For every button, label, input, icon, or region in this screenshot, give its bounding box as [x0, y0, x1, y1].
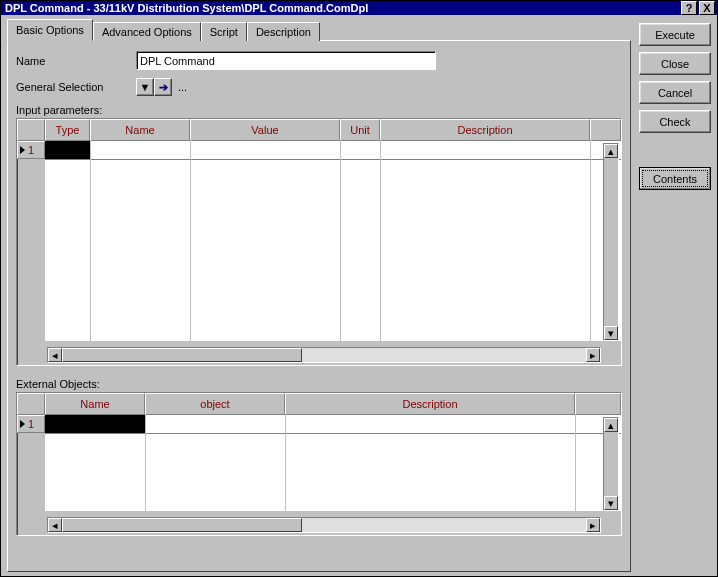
execute-button[interactable]: Execute [639, 23, 711, 46]
scroll-down-button[interactable]: ▾ [604, 326, 618, 340]
grid2-header-name[interactable]: Name [45, 393, 145, 415]
title-bar: DPL Command - 33/11kV Distribution Syste… [1, 1, 717, 15]
grid2-body: 1 [17, 415, 621, 511]
chevron-down-icon: ▾ [608, 497, 614, 510]
grid-line [590, 141, 591, 341]
chevron-down-icon: ▾ [608, 327, 614, 340]
name-label: Name [16, 55, 136, 67]
grid1-header-corner [17, 119, 45, 141]
tab-advanced-options[interactable]: Advanced Options [93, 22, 201, 41]
grid-line [575, 415, 576, 511]
grid1-vertical-scrollbar[interactable]: ▴ ▾ [603, 143, 619, 341]
grid1-row-divider [45, 159, 621, 160]
grid1-header-type[interactable]: Type [45, 119, 90, 141]
check-button[interactable]: Check [639, 110, 711, 133]
scroll-down-button[interactable]: ▾ [604, 496, 618, 510]
tab-description[interactable]: Description [247, 22, 320, 41]
general-selection-controls: ▼ ➔ [136, 78, 172, 96]
help-icon: ? [686, 2, 693, 14]
close-window-button[interactable]: X [699, 1, 715, 15]
grid-line [145, 415, 146, 511]
grid1-row-1-header[interactable]: 1 [17, 141, 45, 159]
chevron-left-icon: ◂ [52, 349, 58, 362]
dropdown-button[interactable]: ▼ [136, 78, 154, 96]
external-objects-label: External Objects: [16, 378, 622, 390]
chevron-right-icon: ▸ [590, 349, 596, 362]
button-panel: Execute Close Cancel Check Contents [637, 15, 717, 576]
row-name: Name [16, 51, 622, 70]
scroll-left-button[interactable]: ◂ [48, 518, 62, 532]
tab-script[interactable]: Script [201, 22, 247, 41]
arrow-right-icon: ➔ [159, 81, 168, 94]
close-icon: X [703, 2, 710, 14]
chevron-up-icon: ▴ [608, 145, 614, 158]
grid1-header-name[interactable]: Name [90, 119, 190, 141]
input-parameters-label: Input parameters: [16, 104, 622, 116]
chevron-right-icon: ▸ [590, 519, 596, 532]
grid2-active-cell[interactable] [45, 415, 145, 433]
scroll-up-button[interactable]: ▴ [604, 418, 618, 432]
grid1-horizontal-scrollbar[interactable]: ◂ ▸ [47, 347, 601, 363]
close-button[interactable]: Close [639, 52, 711, 75]
grid2-header-row: Name object Description [17, 393, 621, 415]
grid2-header-corner [17, 393, 45, 415]
grid1-row-headers: 1 [17, 141, 45, 341]
grid1-body: 1 [17, 141, 621, 341]
grid-line [90, 141, 91, 341]
grid-line [285, 415, 286, 511]
help-button[interactable]: ? [681, 1, 697, 15]
scroll-right-button[interactable]: ▸ [586, 348, 600, 362]
name-input[interactable] [136, 51, 436, 70]
grid1-header-value[interactable]: Value [190, 119, 340, 141]
grid1-cells[interactable] [45, 141, 621, 341]
tab-basic-options[interactable]: Basic Options [7, 19, 93, 41]
grid-line [340, 141, 341, 341]
tab-body: Name General Selection ▼ ➔ ... Input par… [7, 40, 631, 572]
dialog-window: DPL Command - 33/11kV Distribution Syste… [0, 0, 718, 577]
grid2-header-description[interactable]: Description [285, 393, 575, 415]
scroll-thumb[interactable] [62, 518, 302, 532]
chevron-down-icon: ▼ [140, 81, 151, 93]
external-objects-grid[interactable]: Name object Description 1 [16, 392, 622, 536]
grid2-cells[interactable] [45, 415, 621, 511]
grid1-active-cell[interactable] [45, 141, 90, 159]
scroll-left-button[interactable]: ◂ [48, 348, 62, 362]
tab-strip: Basic Options Advanced Options Script De… [7, 19, 631, 40]
dialog-body: Basic Options Advanced Options Script De… [1, 15, 717, 576]
grid2-vertical-scrollbar[interactable]: ▴ ▾ [603, 417, 619, 511]
chevron-up-icon: ▴ [608, 419, 614, 432]
general-selection-ellipsis: ... [178, 81, 187, 93]
current-row-icon [20, 420, 25, 428]
go-button[interactable]: ➔ [154, 78, 172, 96]
grid2-horizontal-scrollbar[interactable]: ◂ ▸ [47, 517, 601, 533]
grid2-row-1-header[interactable]: 1 [17, 415, 45, 433]
scroll-up-button[interactable]: ▴ [604, 144, 618, 158]
cancel-button[interactable]: Cancel [639, 81, 711, 104]
grid2-row-divider [45, 433, 621, 434]
scroll-thumb[interactable] [62, 348, 302, 362]
grid1-header-row: Type Name Value Unit Description [17, 119, 621, 141]
row-general-selection: General Selection ▼ ➔ ... [16, 78, 622, 96]
input-parameters-grid[interactable]: Type Name Value Unit Description 1 [16, 118, 622, 366]
main-panel: Basic Options Advanced Options Script De… [1, 15, 637, 576]
scroll-right-button[interactable]: ▸ [586, 518, 600, 532]
button-gap [639, 139, 711, 161]
grid2-row-headers: 1 [17, 415, 45, 511]
grid-line [380, 141, 381, 341]
general-selection-label: General Selection [16, 81, 136, 93]
chevron-left-icon: ◂ [52, 519, 58, 532]
grid2-header-spacer [575, 393, 621, 415]
grid-line [190, 141, 191, 341]
window-title: DPL Command - 33/11kV Distribution Syste… [3, 2, 679, 14]
grid1-header-spacer [590, 119, 621, 141]
current-row-icon [20, 146, 25, 154]
grid1-header-unit[interactable]: Unit [340, 119, 380, 141]
contents-button[interactable]: Contents [639, 167, 711, 190]
grid2-header-object[interactable]: object [145, 393, 285, 415]
grid1-header-description[interactable]: Description [380, 119, 590, 141]
